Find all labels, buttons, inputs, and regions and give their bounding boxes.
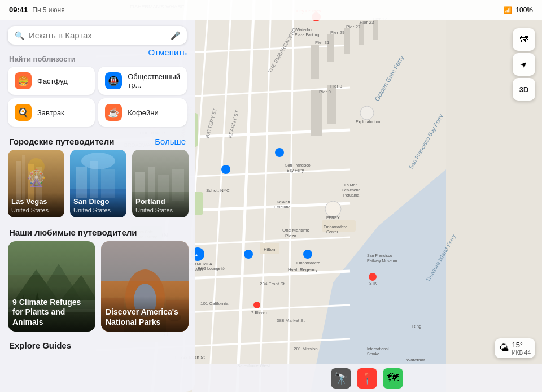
svg-text:🎡: 🎡: [27, 169, 46, 188]
svg-text:Smoke: Smoke: [367, 352, 379, 356]
cancel-button[interactable]: Отменить: [148, 47, 187, 57]
nearby-item-cafe[interactable]: ☕ Кофейни: [98, 98, 187, 127]
transit-label: Общественный тр...: [128, 72, 180, 89]
cafe-icon: ☕: [105, 104, 122, 121]
map-type-icon: 🗺: [519, 34, 528, 45]
svg-text:R&G Lounge 🍽: R&G Lounge 🍽: [198, 267, 225, 271]
transit-icon: 🚇: [105, 72, 122, 89]
svg-text:Railway Museum: Railway Museum: [367, 259, 397, 263]
weather-temp: 15°: [512, 341, 531, 350]
svg-point-114: [303, 250, 312, 259]
battery-percentage: 100%: [515, 6, 533, 14]
nearby-item-breakfast[interactable]: 🍳 Завтрак: [8, 98, 95, 127]
city-guides-more-button[interactable]: Больше: [155, 137, 186, 146]
las-vegas-name: Las Vegas: [11, 197, 61, 206]
maps-green-icon: 🗺: [387, 372, 399, 385]
location-arrow-icon: ➤: [518, 58, 530, 71]
3d-label: 3D: [519, 85, 529, 94]
climate-refuges-title: 9 Climate Refuges for Plants and Animals: [12, 298, 91, 328]
weather-subtitle: ИКВ 44: [512, 350, 531, 356]
microphone-icon[interactable]: 🎤: [171, 31, 180, 40]
svg-text:Kekkari: Kekkari: [277, 200, 290, 204]
svg-text:One Maritime: One Maritime: [282, 228, 310, 233]
svg-point-133: [81, 153, 115, 169]
fav-card-national-parks[interactable]: Discover America's National Parks: [101, 241, 189, 332]
svg-text:Exploratorium: Exploratorium: [356, 120, 380, 124]
bottom-bar: 🔭 📍 🗺: [192, 364, 542, 392]
weather-info: 15° ИКВ 44: [512, 341, 531, 356]
svg-text:FERRY: FERRY: [326, 216, 340, 220]
svg-text:Center: Center: [326, 230, 339, 234]
map-type-button[interactable]: 🗺: [513, 28, 535, 51]
svg-point-44: [325, 201, 341, 217]
san-diego-country: United States: [73, 206, 123, 214]
status-date: Пн 5 июня: [32, 6, 64, 14]
breakfast-label: Завтрак: [37, 108, 64, 117]
svg-text:Hyatt Regency: Hyatt Regency: [288, 267, 317, 272]
svg-text:International: International: [367, 347, 389, 351]
binoculars-icon: 🔭: [334, 372, 348, 385]
cafe-label: Кофейни: [128, 108, 158, 117]
svg-point-105: [244, 250, 253, 259]
dock-maps-red[interactable]: 📍: [357, 368, 377, 389]
las-vegas-country: United States: [11, 206, 61, 214]
weather-icon: 🌤: [499, 342, 509, 354]
national-parks-title: Discover America's National Parks: [106, 307, 184, 327]
status-right: 📶 100%: [504, 6, 533, 14]
svg-rect-147: [8, 241, 95, 275]
portland-name: Portland: [136, 197, 185, 206]
svg-text:Embarcadero: Embarcadero: [324, 225, 347, 229]
city-card-portland[interactable]: Portland United States: [132, 150, 189, 217]
svg-text:Hilton: Hilton: [264, 247, 275, 252]
svg-text:Pier 29: Pier 29: [330, 30, 345, 35]
svg-text:Waterbar: Waterbar: [406, 358, 425, 363]
svg-text:7-Eleven: 7-Eleven: [251, 311, 267, 315]
status-time: 09:41: [9, 6, 28, 14]
san-diego-overlay: San Diego United States: [70, 193, 126, 217]
svg-text:Cebicheria: Cebicheria: [342, 188, 361, 192]
san-diego-name: San Diego: [73, 197, 123, 206]
svg-text:388 Market St: 388 Market St: [277, 318, 305, 323]
svg-point-106: [275, 148, 284, 157]
svg-text:Embarcadero: Embarcadero: [296, 261, 320, 265]
breakfast-icon: 🍳: [15, 104, 32, 121]
svg-text:Ring: Ring: [412, 324, 421, 329]
search-bar-container[interactable]: 🔍 🎤: [8, 26, 187, 45]
fav-cards-scroll: 9 Climate Refuges for Plants and Animals: [0, 241, 195, 338]
svg-text:Estiatorio: Estiatorio: [274, 205, 290, 209]
3d-view-button[interactable]: 3D: [513, 78, 535, 101]
city-guides-header: Городские путеводители Больше: [0, 131, 195, 150]
svg-text:Peruania: Peruania: [343, 193, 359, 197]
maps-red-icon: 📍: [360, 372, 374, 385]
svg-rect-21: [327, 34, 334, 62]
svg-text:Schott NYC: Schott NYC: [206, 188, 230, 193]
explore-guides-label: Explore Guides: [0, 338, 195, 352]
portland-overlay: Portland United States: [132, 193, 189, 217]
svg-text:▲: ▲: [194, 252, 199, 258]
search-panel: 🔍 🎤 Отменить Найти поблизости 🍔 Фастфуд …: [0, 20, 195, 392]
weather-badge[interactable]: 🌤 15° ИКВ 44: [495, 338, 535, 358]
svg-rect-20: [311, 45, 319, 79]
svg-point-47: [360, 106, 374, 120]
city-card-las-vegas[interactable]: 🎡 Las Vegas United States: [8, 150, 64, 217]
svg-text:Plaza Parking: Plaza Parking: [295, 33, 319, 37]
nearby-item-fastfood[interactable]: 🍔 Фастфуд: [8, 67, 95, 95]
city-guides-title: Городские путеводители: [9, 137, 114, 146]
search-input[interactable]: [29, 31, 166, 40]
fav-card-climate-refuges[interactable]: 9 Climate Refuges for Plants and Animals: [8, 241, 95, 332]
location-button[interactable]: ➤: [513, 53, 535, 76]
dock-maps-green[interactable]: 🗺: [383, 368, 403, 389]
dock-binoculars[interactable]: 🔭: [331, 368, 351, 389]
wifi-icon: 📶: [504, 6, 512, 14]
svg-text:Pier 31: Pier 31: [315, 40, 330, 45]
svg-text:Plaza: Plaza: [285, 233, 297, 238]
city-cards-scroll: 🎡 Las Vegas United States: [0, 150, 195, 224]
nearby-item-transit[interactable]: 🚇 Общественный тр...: [98, 67, 187, 95]
city-card-san-diego[interactable]: San Diego United States: [70, 150, 126, 217]
svg-text:Pier 23: Pier 23: [360, 20, 374, 25]
svg-text:101 California: 101 California: [200, 301, 229, 306]
svg-point-84: [369, 273, 377, 281]
las-vegas-overlay: Las Vegas United States: [8, 193, 64, 217]
svg-text:234 Front St: 234 Front St: [260, 281, 285, 286]
svg-text:Pier 3: Pier 3: [330, 84, 342, 89]
